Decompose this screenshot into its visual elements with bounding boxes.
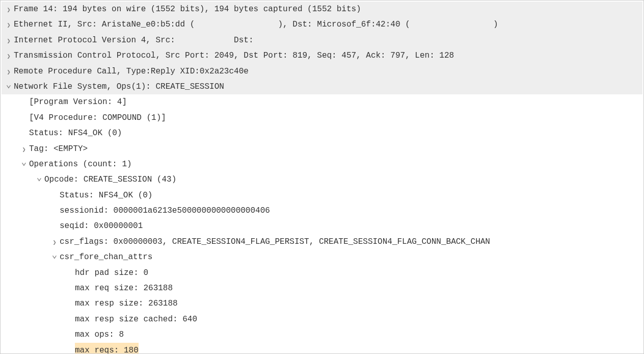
tree-row-label: [Program Version: 4] [29, 94, 127, 110]
tree-row-label: sessionid: 0000001a6213e5000000000000000… [60, 203, 270, 218]
expander-icon[interactable] [4, 64, 14, 79]
tree-row-label: Network File System, Ops(1): CREATE_SESS… [14, 79, 224, 94]
tree-row-label: hdr pad size: 0 [75, 265, 148, 281]
tree-row-sessionid[interactable]: sessionid: 0000001a6213e5000000000000000… [2, 203, 642, 218]
tree-row-max-ops[interactable]: max ops: 8 [2, 327, 642, 342]
tree-row-label: [V4 Procedure: COMPOUND (1)] [29, 110, 166, 125]
tree-row-ipv4[interactable]: Internet Protocol Version 4, Src: Dst: [2, 33, 642, 48]
tree-row-tcp[interactable]: Transmission Control Protocol, Src Port:… [2, 48, 642, 63]
tree-row-label: Tag: <EMPTY> [29, 141, 88, 157]
tree-row-label: csr_flags: 0x00000003, CREATE_SESSION4_F… [60, 234, 490, 249]
tree-row-rpc[interactable]: Remote Procedure Call, Type:Reply XID:0x… [2, 64, 642, 79]
tree-row-max-req-size[interactable]: max req size: 263188 [2, 281, 642, 296]
expander-icon[interactable] [4, 48, 14, 63]
tree-row-label: max ops: 8 [75, 327, 124, 342]
tree-row-v4-procedure[interactable]: [V4 Procedure: COMPOUND (1)] [2, 110, 642, 125]
expander-icon[interactable] [49, 234, 60, 249]
tree-row-label: csr_fore_chan_attrs [60, 249, 152, 265]
tree-row-ethernet[interactable]: Ethernet II, Src: AristaNe_e0:b5:dd ( ),… [2, 17, 642, 32]
tree-row-max-resp-size[interactable]: max resp size: 263188 [2, 296, 642, 311]
tree-row-max-resp-cached[interactable]: max resp size cached: 640 [2, 312, 642, 327]
tree-row-hdr-pad[interactable]: hdr pad size: 0 [2, 265, 642, 281]
expander-icon[interactable] [49, 249, 60, 265]
tree-row-frame[interactable]: Frame 14: 194 bytes on wire (1552 bits),… [2, 2, 642, 17]
tree-row-label: Operations (count: 1) [29, 157, 132, 172]
expander-icon[interactable] [19, 157, 29, 172]
tree-row-label: Status: NFS4_OK (0) [60, 188, 152, 203]
tree-row-opcode[interactable]: Opcode: CREATE_SESSION (43) [2, 172, 642, 187]
expander-icon[interactable] [4, 79, 14, 94]
expander-icon[interactable] [19, 141, 29, 157]
expander-icon[interactable] [4, 2, 14, 17]
tree-row-op-status[interactable]: Status: NFS4_OK (0) [2, 188, 642, 203]
tree-row-label: Internet Protocol Version 4, Src: Dst: [14, 33, 253, 48]
tree-row-nfs[interactable]: Network File System, Ops(1): CREATE_SESS… [2, 79, 642, 94]
tree-row-tag[interactable]: Tag: <EMPTY> [2, 141, 642, 157]
tree-row-label: max reqs: 180 [75, 343, 139, 354]
expander-icon[interactable] [34, 172, 44, 187]
expander-icon[interactable] [4, 33, 14, 48]
packet-details-tree[interactable]: Frame 14: 194 bytes on wire (1552 bits),… [2, 2, 642, 352]
tree-row-label: Opcode: CREATE_SESSION (43) [44, 172, 176, 187]
expander-icon[interactable] [4, 17, 14, 32]
tree-row-csr-flags[interactable]: csr_flags: 0x00000003, CREATE_SESSION4_F… [2, 234, 642, 249]
tree-row-csr-fore-chan[interactable]: csr_fore_chan_attrs [2, 249, 642, 265]
tree-row-label: max resp size cached: 640 [75, 312, 197, 327]
tree-row-label: Ethernet II, Src: AristaNe_e0:b5:dd ( ),… [14, 17, 498, 32]
tree-row-label: Frame 14: 194 bytes on wire (1552 bits),… [14, 2, 361, 17]
tree-row-prog-version[interactable]: [Program Version: 4] [2, 94, 642, 110]
tree-row-label: Transmission Control Protocol, Src Port:… [14, 48, 454, 63]
tree-row-label: max req size: 263188 [75, 281, 173, 296]
tree-row-max-reqs[interactable]: max reqs: 180 [2, 343, 642, 354]
tree-row-operations[interactable]: Operations (count: 1) [2, 157, 642, 172]
tree-row-label: seqid: 0x00000001 [60, 218, 143, 234]
tree-row-label: max resp size: 263188 [75, 296, 178, 311]
tree-row-seqid[interactable]: seqid: 0x00000001 [2, 218, 642, 234]
tree-row-label: Status: NFS4_OK (0) [29, 125, 122, 141]
tree-row-status[interactable]: Status: NFS4_OK (0) [2, 125, 642, 141]
tree-row-label: Remote Procedure Call, Type:Reply XID:0x… [14, 64, 249, 79]
